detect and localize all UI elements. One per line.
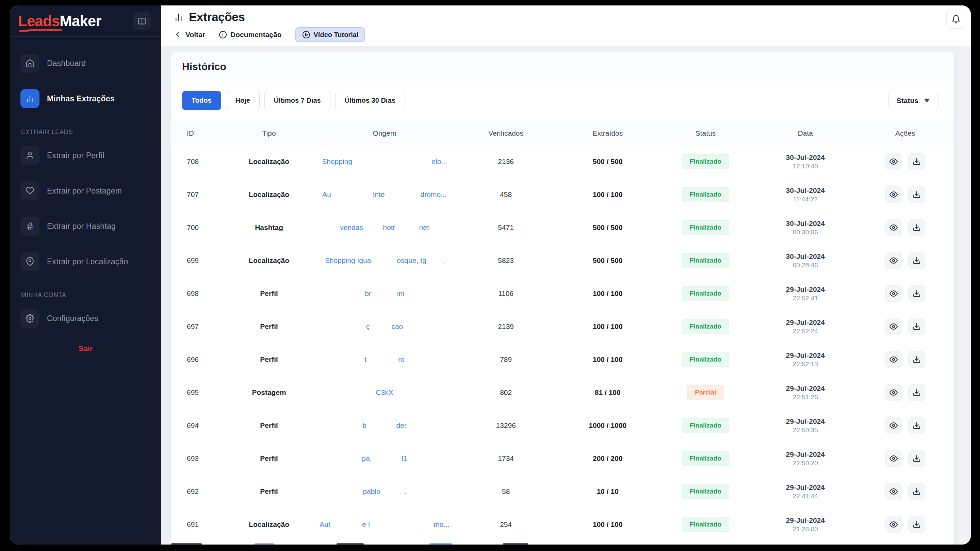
cell-verificados: 5471	[453, 211, 559, 244]
logout-link[interactable]: Sair	[21, 344, 151, 353]
download-button[interactable]	[908, 153, 925, 170]
view-button[interactable]	[885, 351, 902, 368]
column-header-status: Status	[657, 121, 755, 145]
table-row: 694Perfilb der132961000 / 1000Finalizado…	[171, 409, 954, 442]
filter-button-todos[interactable]: Todos	[182, 91, 221, 110]
download-button[interactable]	[908, 483, 925, 500]
origem-link[interactable]: b der	[363, 421, 407, 429]
status-filter-select[interactable]: Status	[888, 91, 939, 110]
sidebar-item-extrair-postagem[interactable]: Extrair por Postagem	[21, 181, 151, 200]
sidebar-item-configuracoes[interactable]: Configurações	[21, 309, 151, 328]
download-button[interactable]	[908, 186, 925, 203]
eye-icon	[889, 289, 898, 298]
home-icon	[21, 54, 40, 73]
origem-link[interactable]: vendas hotr net	[340, 224, 429, 231]
cell-acoes	[856, 178, 954, 211]
documentation-link[interactable]: Documentação	[219, 30, 282, 39]
cell-id: 699	[171, 244, 222, 277]
cell-status: Parcial	[657, 376, 755, 409]
cell-verificados: 1106	[453, 277, 559, 310]
download-button[interactable]	[908, 417, 925, 434]
view-button[interactable]	[885, 219, 902, 236]
download-button[interactable]	[908, 219, 925, 236]
chevron-down-icon	[924, 98, 930, 102]
sidebar-item-extrair-hashtag[interactable]: Extrair por Hashtag	[21, 217, 151, 236]
main-area: Extrações Voltar Documentação Vídeo Tuto…	[161, 5, 971, 545]
download-button[interactable]	[908, 450, 925, 467]
cell-id: 693	[171, 442, 222, 475]
sidebar-toggle-button[interactable]	[133, 12, 151, 30]
download-button[interactable]	[908, 516, 925, 533]
sidebar-item-minhas-extracoes[interactable]: Minhas Extrações	[21, 89, 151, 108]
cell-id: 698	[171, 277, 222, 310]
view-button[interactable]	[885, 516, 902, 533]
download-icon	[913, 322, 921, 330]
cell-extraidos: 81 / 100	[559, 376, 657, 409]
status-badge: Finalizado	[682, 187, 729, 202]
origem-link[interactable]: t ro	[364, 356, 404, 363]
origem-link[interactable]: ç cao	[366, 322, 403, 330]
cell-tipo: Postagem	[222, 376, 316, 409]
map-pin-icon	[21, 252, 40, 271]
cell-origem: Shopping elo...	[316, 145, 453, 178]
sidebar-item-extrair-perfil[interactable]: Extrair por Perfil	[21, 146, 151, 165]
eye-icon	[889, 256, 898, 265]
origem-link[interactable]: Aut e I mo...	[320, 520, 450, 528]
cell-acoes	[856, 376, 954, 409]
origem-link[interactable]: pablo .	[363, 487, 406, 495]
sidebar-item-extrair-localizacao[interactable]: Extrair por Localização	[21, 252, 151, 271]
cell-origem: C3kX	[316, 376, 453, 409]
time-value: 00:30:06	[754, 229, 856, 236]
vertical-scrollbar[interactable]	[959, 46, 971, 545]
download-button[interactable]	[908, 351, 925, 368]
view-button[interactable]	[885, 483, 902, 500]
cell-status: Finalizado	[657, 508, 755, 541]
download-icon	[913, 224, 921, 232]
page-title: Extrações	[189, 10, 245, 24]
view-button[interactable]	[885, 450, 902, 467]
sidebar-item-dashboard[interactable]: Dashboard	[21, 54, 151, 73]
sidebar-item-label: Extrair por Localização	[47, 257, 128, 266]
view-button[interactable]	[885, 318, 902, 335]
view-button[interactable]	[885, 417, 902, 434]
download-button[interactable]	[908, 318, 925, 335]
date-value: 30-Jul-2024	[754, 219, 856, 227]
origem-link[interactable]: Au Inte dromo...	[322, 191, 447, 198]
download-button[interactable]	[908, 252, 925, 269]
column-header-acoes: Ações	[856, 121, 954, 145]
app-window: LeadsMaker Dashboard Minhas Extraç	[10, 5, 971, 545]
date-value: 29-Jul-2024	[754, 516, 856, 524]
cell-status: Finalizado	[657, 475, 755, 508]
panel-columns-icon	[137, 17, 146, 25]
origem-link[interactable]: br ini	[365, 289, 404, 297]
view-button[interactable]	[885, 186, 902, 203]
notifications-button[interactable]	[946, 10, 966, 29]
origem-link[interactable]: C3kX	[375, 388, 393, 396]
filter-button-ultimos-30-dias[interactable]: Últimos 30 Dias	[335, 91, 405, 110]
cell-verificados: 458	[453, 178, 559, 211]
view-button[interactable]	[885, 252, 902, 269]
origem-link[interactable]: Shopping Igua osque, Ig .	[325, 256, 444, 264]
table-row: 697Perfilç cao2139100 / 100Finalizado29-…	[171, 310, 954, 343]
cell-extraidos: 100 / 100	[559, 310, 657, 343]
status-badge: Finalizado	[682, 220, 729, 235]
page-toolbar: Voltar Documentação Vídeo Tutorial	[174, 27, 971, 42]
cell-extraidos: 100 / 100	[559, 343, 657, 376]
download-button[interactable]	[908, 285, 925, 302]
origem-link[interactable]: Shopping elo...	[322, 157, 447, 165]
filter-button-ultimos-7-dias[interactable]: Últimos 7 Dias	[264, 91, 331, 110]
download-button[interactable]	[908, 384, 925, 401]
origem-link[interactable]: pa l1	[362, 454, 407, 462]
view-button[interactable]	[885, 153, 902, 170]
chevron-left-icon	[174, 30, 182, 39]
video-tutorial-button[interactable]: Vídeo Tutorial	[295, 27, 366, 42]
view-button[interactable]	[885, 285, 902, 302]
back-button[interactable]: Voltar	[174, 30, 205, 39]
cell-tipo: Localização	[222, 244, 316, 277]
status-badge: Finalizado	[682, 451, 729, 466]
time-value: 11:44:22	[754, 195, 856, 203]
filter-button-hoje[interactable]: Hoje	[226, 91, 259, 110]
view-button[interactable]	[885, 384, 902, 401]
sidebar-section-extrair-leads: EXTRAIR LEADS	[21, 129, 151, 136]
status-badge: Finalizado	[682, 286, 729, 301]
